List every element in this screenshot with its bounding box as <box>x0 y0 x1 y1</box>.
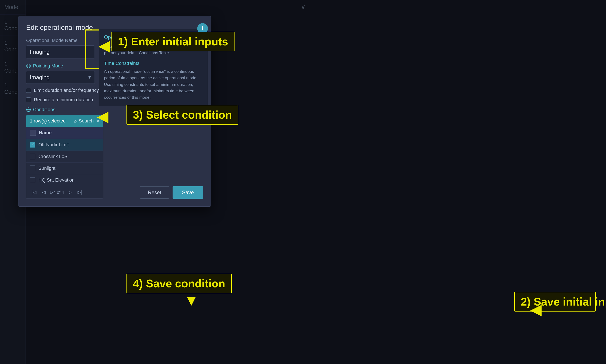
conditions-table: 1 row(s) selected ⌕ Search × — Name ✓ Of… <box>26 115 103 199</box>
step4-text: 4) Save condition <box>133 277 225 290</box>
row-checkbox-crosslink[interactable] <box>30 154 35 159</box>
step1-arrow: ◀ <box>98 38 110 53</box>
table-toolbar: 1 row(s) selected ⌕ Search × <box>26 115 103 127</box>
select-all-checkbox[interactable]: — <box>30 130 36 136</box>
row-label-sunlight: Sunlight <box>38 166 55 171</box>
limit-duration-label: Limit duration and/or frequency <box>34 88 99 93</box>
first-page-button[interactable]: |◁ <box>30 189 38 196</box>
step3-arrow: ◀ <box>97 109 109 124</box>
table-row[interactable]: HQ Sat Elevation <box>26 174 103 186</box>
arrow-left-icon: ◀ <box>530 302 542 317</box>
table-footer: |◁ ◁ 1-4 of 4 ▷ ▷| <box>26 186 103 198</box>
search-label: Search <box>79 118 94 124</box>
pointing-mode-text: Pointing Mode <box>33 63 63 69</box>
table-row[interactable]: Crosslink LoS <box>26 151 103 163</box>
row-label-crosslink: Crosslink LoS <box>38 154 68 159</box>
row-label-hqsat: HQ Sat Elevation <box>38 177 75 183</box>
row-checkbox-sunlight[interactable] <box>30 166 35 171</box>
search-icon: ⌕ <box>74 118 77 124</box>
bracket-svg <box>83 28 101 71</box>
arrow-left-icon: ◀ <box>97 109 109 124</box>
reset-button[interactable]: Reset <box>140 186 169 199</box>
require-duration-label: Require a minimum duration <box>34 97 93 103</box>
conditions-globe-icon <box>26 107 31 112</box>
time-constraints-text: An operational mode "occurrence" is a co… <box>104 68 203 101</box>
search-area[interactable]: ⌕ Search <box>74 118 94 124</box>
require-duration-checkbox[interactable] <box>26 97 31 102</box>
row-checkbox-offnadir[interactable]: ✓ <box>30 142 35 147</box>
step2-label: 2) Save initial inputs <box>514 292 596 312</box>
step4-label: 4) Save condition <box>126 274 232 293</box>
step1-text: 1) Enter initial inputs <box>118 35 228 48</box>
limit-duration-checkbox[interactable] <box>26 88 31 93</box>
pointing-mode-select-wrapper: Imaging Nadir Sun ▼ <box>26 71 95 84</box>
step4-arrow: ▼ <box>184 293 199 308</box>
save-button[interactable]: Save <box>173 186 203 199</box>
table-row[interactable]: ✓ Off-Nadir Limit <box>26 139 103 151</box>
row-label-offnadir: Off-Nadir Limit <box>38 142 69 147</box>
minus-icon: — <box>31 130 35 135</box>
pagination-info: 1-4 of 4 <box>50 190 64 195</box>
check-icon: ✓ <box>31 143 34 147</box>
arrow-down-icon: ▼ <box>184 293 199 308</box>
last-page-button[interactable]: ▷| <box>75 189 84 196</box>
row-checkbox-hqsat[interactable] <box>30 177 35 183</box>
arrow-left-icon: ◀ <box>98 38 110 53</box>
step3-text: 3) Select condition <box>133 109 232 121</box>
table-header: — Name <box>26 127 103 139</box>
pointing-mode-select[interactable]: Imaging Nadir Sun <box>26 71 95 84</box>
dialog-title: Edit operational mode <box>26 24 93 31</box>
time-constraints-title: Time Constraints <box>104 61 203 66</box>
dialog-actions: Reset Save <box>140 186 203 199</box>
next-page-button[interactable]: ▷ <box>66 189 73 196</box>
step2-arrow: ◀ <box>530 302 542 317</box>
selected-count: 1 row(s) selected <box>30 118 71 124</box>
name-column-header: Name <box>39 130 52 136</box>
step3-label: 3) Select condition <box>126 105 238 125</box>
step1-label: 1) Enter initial inputs <box>111 32 234 52</box>
conditions-text: Conditions <box>33 107 55 112</box>
globe-icon <box>26 64 31 68</box>
table-row[interactable]: Sunlight <box>26 163 103 174</box>
prev-page-button[interactable]: ◁ <box>40 189 47 196</box>
